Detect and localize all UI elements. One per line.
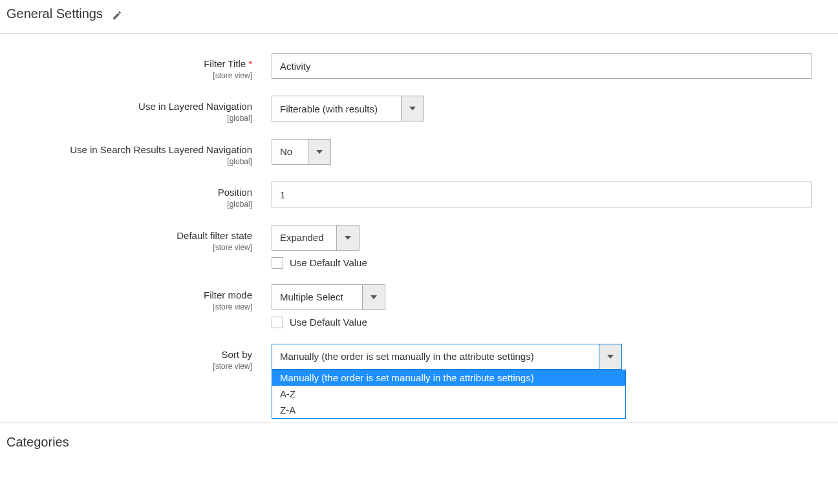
label-sort-by: Sort by [store view]	[6, 344, 272, 371]
label-filter-mode: Filter mode [store view]	[6, 284, 272, 311]
row-search-layered-nav: Use in Search Results Layered Navigation…	[6, 139, 832, 166]
label-default-state: Default filter state [store view]	[6, 225, 272, 252]
chevron-down-icon	[607, 355, 614, 359]
default-state-use-default[interactable]: Use Default Value	[272, 257, 811, 269]
use-default-label: Use Default Value	[290, 257, 367, 268]
sort-by-option[interactable]: A-Z	[272, 386, 625, 402]
row-filter-mode: Filter mode [store view] Multiple Select…	[6, 284, 832, 328]
sort-by-dropdown: Manually (the order is set manually in t…	[272, 370, 626, 419]
categories-title: Categories	[6, 435, 69, 449]
sort-by-option[interactable]: Z-A	[272, 402, 625, 418]
section-header-categories: Categories	[0, 423, 838, 454]
filter-mode-toggle[interactable]	[362, 284, 385, 310]
use-default-label: Use Default Value	[290, 317, 367, 328]
row-layered-nav: Use in Layered Navigation [global] Filte…	[6, 96, 832, 123]
search-layered-nav-select[interactable]: No	[272, 139, 331, 165]
checkbox-icon[interactable]	[272, 257, 283, 269]
chevron-down-icon	[409, 107, 416, 110]
section-title: General Settings	[6, 6, 103, 21]
search-layered-nav-toggle[interactable]	[308, 139, 331, 165]
row-filter-title: Filter Title* [store view]	[6, 53, 832, 80]
chevron-down-icon	[345, 236, 351, 240]
layered-nav-value: Filterable (with results)	[272, 96, 401, 121]
general-settings-form: Filter Title* [store view] Use in Layere…	[0, 34, 838, 397]
default-state-toggle[interactable]	[336, 225, 360, 251]
sort-by-select[interactable]: Manually (the order is set manually in t…	[272, 344, 622, 370]
layered-nav-toggle[interactable]	[401, 96, 424, 121]
row-position: Position [global]	[6, 182, 832, 209]
filter-mode-select[interactable]: Multiple Select	[272, 284, 385, 310]
default-state-select[interactable]: Expanded	[272, 225, 360, 251]
chevron-down-icon	[316, 150, 323, 154]
required-asterisk: *	[248, 58, 252, 69]
label-position: Position [global]	[6, 182, 272, 209]
filter-title-input[interactable]	[272, 53, 811, 79]
row-default-state: Default filter state [store view] Expand…	[6, 225, 832, 269]
layered-nav-select[interactable]: Filterable (with results)	[272, 96, 424, 121]
label-layered-nav: Use in Layered Navigation [global]	[6, 96, 272, 123]
row-sort-by: Sort by [store view] Manually (the order…	[6, 344, 832, 371]
sort-by-option[interactable]: Manually (the order is set manually in t…	[272, 370, 625, 386]
sort-by-value: Manually (the order is set manually in t…	[272, 344, 599, 370]
chevron-down-icon	[371, 295, 377, 299]
position-input[interactable]	[272, 182, 811, 207]
label-search-layered-nav: Use in Search Results Layered Navigation…	[6, 139, 272, 166]
default-state-value: Expanded	[272, 225, 336, 251]
search-layered-nav-value: No	[272, 139, 308, 165]
filter-mode-value: Multiple Select	[272, 284, 362, 310]
label-filter-title: Filter Title* [store view]	[6, 53, 272, 80]
edit-icon[interactable]	[112, 9, 122, 19]
checkbox-icon[interactable]	[272, 317, 283, 328]
filter-mode-use-default[interactable]: Use Default Value	[272, 317, 811, 328]
sort-by-toggle[interactable]	[599, 344, 622, 370]
section-header-general-settings: General Settings	[0, 0, 838, 34]
